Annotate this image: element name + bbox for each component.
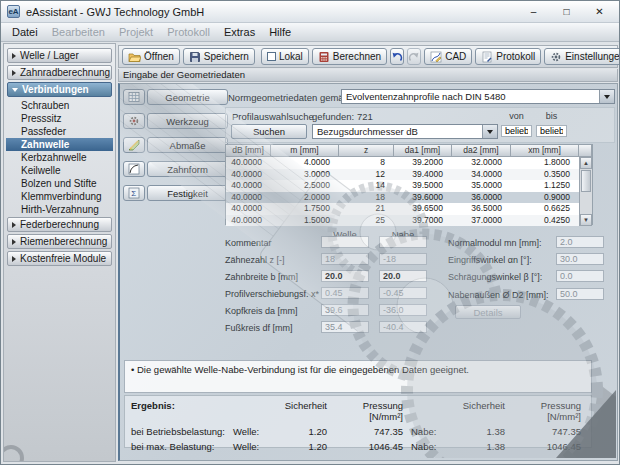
save-floppy-icon bbox=[189, 51, 201, 63]
sidebar-group-verbindungen[interactable]: Verbindungen bbox=[7, 82, 112, 97]
scrollbar-track[interactable] bbox=[580, 193, 592, 214]
redo-button bbox=[407, 48, 421, 65]
welle-label: Welle: bbox=[233, 426, 281, 437]
berechnen-button[interactable]: Berechnen bbox=[312, 48, 387, 65]
result-row-label: bei max. Belastung: bbox=[131, 441, 233, 452]
column-header[interactable]: z bbox=[339, 145, 394, 157]
norm-combobox[interactable]: Evolventenzahnprofile nach DIN 5480 bbox=[341, 89, 615, 104]
maximize-button[interactable]: □ bbox=[553, 3, 580, 21]
column-header[interactable]: da2 [mm] bbox=[452, 145, 511, 157]
normalmodul-label: Normalmodul mn [mm]: bbox=[448, 238, 542, 248]
table-row-selected[interactable]: 40.00002.00001839.600036.00000.9000 bbox=[226, 192, 579, 204]
chevron-right-icon bbox=[12, 256, 16, 262]
open-button[interactable]: Öffnen bbox=[122, 48, 180, 65]
tab-icon-zahnform[interactable] bbox=[123, 161, 145, 177]
results-panel: Ergebnis: Sicherheit Pressung [N/mm²] Si… bbox=[124, 395, 592, 448]
chevron-right-icon bbox=[12, 53, 16, 59]
sidebar-item-presssitz[interactable]: Presssitz bbox=[6, 112, 113, 125]
table-row[interactable]: 40.00001.75002139.650036.50000.6625 bbox=[226, 203, 579, 215]
scrollbar-thumb[interactable] bbox=[581, 170, 591, 192]
column-header[interactable]: xm [mm] bbox=[511, 145, 579, 157]
easssistant-logo-watermark bbox=[3, 445, 24, 462]
zahnbreite-label: Zahnbreite b [mm] bbox=[225, 272, 298, 282]
von-input[interactable] bbox=[501, 125, 532, 137]
results-title: Ergebnis: bbox=[131, 400, 233, 422]
kommentar-nabe-input[interactable] bbox=[379, 236, 427, 248]
close-button[interactable]: ✕ bbox=[586, 3, 613, 21]
tab-werkzeug[interactable]: Werkzeug bbox=[147, 113, 228, 129]
column-header[interactable]: da1 [mm] bbox=[394, 145, 452, 157]
column-header[interactable]: dB [mm] bbox=[226, 145, 271, 157]
sidebar-item-bolzen-und-stifte[interactable]: Bolzen und Stifte bbox=[6, 177, 113, 190]
table-row[interactable]: 40.00003.00001239.400034.00000.3500 bbox=[226, 169, 579, 181]
zahnbreite-nabe-input[interactable] bbox=[379, 270, 427, 282]
sidebar-group-welle-lager[interactable]: Welle / Lager bbox=[7, 48, 112, 63]
welle-sicherheit-value: 1.20 bbox=[281, 426, 327, 437]
menu-extras[interactable]: Extras bbox=[217, 26, 262, 38]
result-row-label: bei Betriebsbelastung: bbox=[131, 426, 233, 437]
dropdown-arrow-icon[interactable] bbox=[599, 90, 614, 103]
sidebar-item-klemmverbindung[interactable]: Klemmverbindung bbox=[6, 190, 113, 203]
redo-icon bbox=[408, 51, 420, 63]
cad-button[interactable]: CAD bbox=[424, 48, 472, 65]
table-row[interactable]: 40.00004.0000839.200032.00001.8000 bbox=[226, 157, 579, 169]
search-criterion-combobox[interactable]: Bezugsdurchmesser dB bbox=[312, 124, 498, 139]
table-row[interactable]: 40.00002.50001439.500035.00001.1250 bbox=[226, 180, 579, 192]
lokal-checkbox[interactable]: Lokal bbox=[261, 48, 309, 65]
main-panel: Geometrie Werkzeug Abmaße Zahnform Σ Fes… bbox=[118, 83, 618, 461]
kommentar-label: Kommentar bbox=[225, 238, 272, 248]
tab-icon-festigkeit[interactable]: Σ bbox=[123, 185, 145, 201]
sidebar-item-passfeder[interactable]: Passfeder bbox=[6, 125, 113, 138]
sidebar-group-kostenfreie-module[interactable]: Kostenfreie Module bbox=[7, 251, 112, 266]
einstellungen-button[interactable]: Einstellungen bbox=[544, 48, 620, 65]
menu-projekt: Projekt bbox=[112, 26, 160, 38]
zahnbreite-welle-input[interactable] bbox=[321, 270, 369, 282]
sicherheit-header: Sicherheit bbox=[449, 400, 505, 422]
chevron-right-icon bbox=[12, 239, 16, 245]
menu-datei[interactable]: Datei bbox=[5, 26, 45, 38]
menu-protokoll: Protokoll bbox=[160, 26, 217, 38]
sidebar-item-keilwelle[interactable]: Keilwelle bbox=[6, 164, 113, 177]
svg-text:Σ: Σ bbox=[131, 189, 136, 198]
tab-abmasse[interactable]: Abmaße bbox=[147, 137, 228, 153]
tab-festigkeit[interactable]: Festigkeit bbox=[147, 185, 228, 201]
profile-table: dB [mm] m [mm] z da1 [mm] da2 [mm] xm [m… bbox=[225, 144, 593, 225]
pressung-header: Pressung [N/mm²] bbox=[327, 400, 403, 422]
scroll-down-icon[interactable]: ▼ bbox=[580, 214, 592, 226]
search-found-count: gefunden: 721 bbox=[312, 111, 373, 122]
undo-button[interactable] bbox=[390, 48, 404, 65]
vertical-scrollbar[interactable]: ▲ ▼ bbox=[579, 157, 592, 226]
menu-hilfe[interactable]: Hilfe bbox=[262, 26, 298, 38]
checkbox-icon[interactable] bbox=[267, 52, 276, 61]
scroll-up-icon[interactable]: ▲ bbox=[580, 157, 592, 169]
sidebar-item-kerbzahnwelle[interactable]: Kerbzahnwelle bbox=[6, 151, 113, 164]
sigma-formula-icon: Σ bbox=[128, 187, 140, 199]
tab-icon-abmasse[interactable] bbox=[123, 137, 145, 153]
bis-label: bis bbox=[536, 111, 567, 121]
bis-input[interactable] bbox=[536, 125, 567, 137]
fusskreis-label: Fußkreis df [mm] bbox=[225, 323, 293, 333]
profilverschiebung-welle-field bbox=[321, 287, 369, 299]
sidebar-item-hirth-verzahnung[interactable]: Hirth-Verzahnung bbox=[6, 203, 113, 216]
table-row[interactable]: 40.00001.50002539.700037.00000.4250 bbox=[226, 215, 579, 227]
tab-zahnform[interactable]: Zahnform bbox=[147, 161, 228, 177]
minimize-button[interactable]: – bbox=[520, 3, 547, 21]
zaehnezahl-welle-field bbox=[321, 253, 369, 265]
sidebar-group-zahnradberechnung[interactable]: Zahnradberechnung bbox=[7, 65, 112, 80]
suchen-button[interactable]: Suchen bbox=[231, 124, 307, 139]
chevron-right-icon bbox=[12, 222, 16, 228]
column-header[interactable]: m [mm] bbox=[271, 145, 339, 157]
save-button[interactable]: Speichern bbox=[183, 48, 255, 65]
tab-icon-geometrie[interactable] bbox=[123, 89, 145, 105]
sidebar-group-riemenberechnung[interactable]: Riemenberechnung bbox=[7, 234, 112, 249]
dropdown-arrow-icon[interactable] bbox=[482, 125, 497, 138]
protokoll-button[interactable]: Protokoll bbox=[475, 48, 541, 65]
sidebar-item-zahnwelle[interactable]: Zahnwelle bbox=[6, 138, 113, 151]
sidebar-item-schrauben[interactable]: Schrauben bbox=[6, 99, 113, 112]
tab-icon-werkzeug[interactable] bbox=[123, 113, 145, 129]
norm-combobox-value: Evolventenzahnprofile nach DIN 5480 bbox=[342, 90, 599, 103]
kommentar-welle-input[interactable] bbox=[321, 236, 369, 248]
nabenaussendurchmesser-field bbox=[556, 288, 604, 300]
tab-geometrie[interactable]: Geometrie bbox=[147, 89, 228, 105]
sidebar-group-federberechnung[interactable]: Federberechnung bbox=[7, 217, 112, 232]
